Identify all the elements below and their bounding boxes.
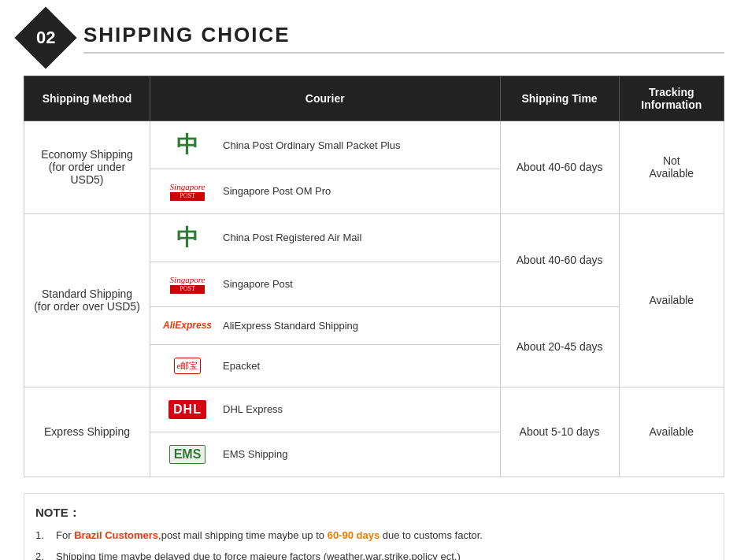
courier-epacket: e邮宝 Epacket bbox=[150, 344, 501, 387]
note-item-1: 1. For Brazil Customers,post mail shippi… bbox=[35, 526, 713, 544]
method-economy: Economy Shipping(for order under USD5) bbox=[24, 121, 150, 214]
courier-singpost-om: SingaporePOST Singapore Post OM Pro bbox=[150, 169, 501, 214]
dhl-logo: DHL bbox=[160, 400, 215, 419]
courier-chinapost-small: 中 China Post Ordinary Small Packet Plus bbox=[150, 121, 501, 169]
table-row: Express Shipping DHL DHL Express About 5… bbox=[24, 387, 724, 432]
aliexpress-logo: AliExpress bbox=[160, 320, 215, 331]
table-header-row: Shipping Method Courier Shipping Time Tr… bbox=[24, 76, 724, 121]
notes-section: NOTE： 1. For Brazil Customers,post mail … bbox=[24, 493, 724, 560]
ems-logo: EMS bbox=[160, 445, 215, 464]
table-row: Standard Shipping(for order over USD5) 中… bbox=[24, 213, 724, 261]
notes-title: NOTE： bbox=[35, 506, 80, 519]
days-highlight: 60-90 days bbox=[328, 529, 380, 541]
tracking-economy: NotAvailable bbox=[619, 121, 724, 214]
courier-chinapost-air: 中 China Post Registered Air Mail bbox=[150, 213, 501, 261]
time-standard-2: About 20-45 days bbox=[500, 306, 619, 387]
singpost-logo2: SingaporePOST bbox=[160, 275, 215, 294]
col-header-time: Shipping Time bbox=[500, 76, 619, 121]
courier-dhl: DHL DHL Express bbox=[150, 387, 501, 432]
time-standard-1: About 40-60 days bbox=[500, 213, 619, 306]
shipping-table: Shipping Method Courier Shipping Time Tr… bbox=[24, 76, 724, 477]
col-header-method: Shipping Method bbox=[24, 76, 150, 121]
method-standard: Standard Shipping(for order over USD5) bbox=[24, 213, 150, 387]
epacket-logo: e邮宝 bbox=[160, 358, 215, 374]
courier-singpost: SingaporePOST Singapore Post bbox=[150, 261, 501, 306]
brazil-highlight: Brazil Customers bbox=[74, 529, 158, 541]
col-header-tracking: TrackingInformation bbox=[619, 76, 724, 121]
tracking-standard: Available bbox=[619, 213, 724, 387]
courier-aliexpress: AliExpress AliExpress Standard Shipping bbox=[150, 306, 501, 344]
chinapost-logo2: 中 bbox=[160, 227, 215, 249]
col-header-courier: Courier bbox=[150, 76, 501, 121]
note-item-2: 2. Shipping time maybe delayed due to fo… bbox=[35, 547, 713, 560]
table-row: Economy Shipping(for order under USD5) 中… bbox=[24, 121, 724, 169]
courier-ems: EMS EMS Shipping bbox=[150, 432, 501, 477]
step-badge: 02 bbox=[14, 6, 76, 69]
method-express: Express Shipping bbox=[24, 387, 150, 477]
page-header: 02 SHIPPING CHOICE bbox=[24, 16, 724, 60]
time-economy: About 40-60 days bbox=[500, 121, 619, 214]
note-2-text: Shipping time maybe delayed due to force… bbox=[56, 547, 461, 560]
singpost-logo: SingaporePOST bbox=[160, 182, 215, 201]
tracking-express: Available bbox=[619, 387, 724, 477]
chinapost-logo: 中 bbox=[160, 134, 215, 156]
page-title: SHIPPING CHOICE bbox=[83, 23, 724, 54]
time-express: About 5-10 days bbox=[500, 387, 619, 477]
